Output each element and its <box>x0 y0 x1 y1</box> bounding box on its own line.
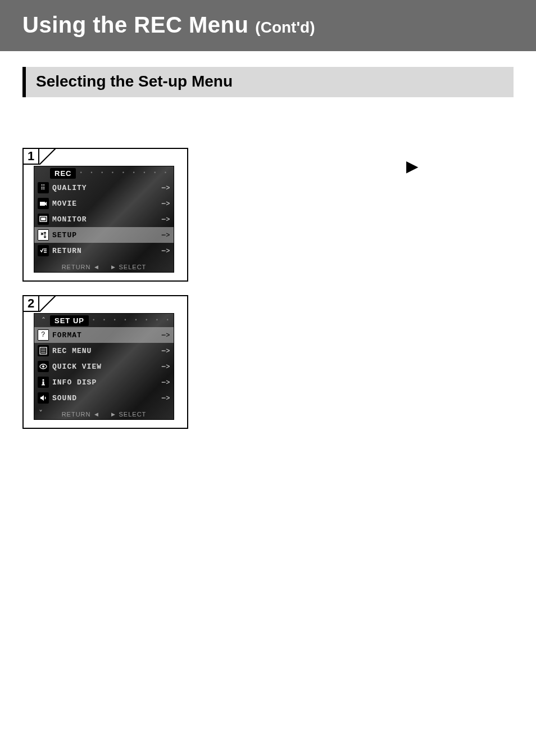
page-root: Using the REC Menu (Cont'd) Selecting th… <box>0 0 536 756</box>
lcd-header: ˄ SET UP • • • • • • • • • • • • <box>34 314 174 327</box>
menu-item-monitor[interactable]: MONITOR ⋯> <box>34 211 174 227</box>
menu-item-infodisp[interactable]: INFO DISP ⋯> <box>34 374 174 390</box>
play-icon: ▶ <box>406 157 419 175</box>
footer-select-label: SELECT <box>119 264 147 270</box>
sound-icon <box>38 392 49 404</box>
scroll-up-icon[interactable]: ˄ <box>38 316 50 325</box>
menu-item-movie[interactable]: MOVIE ⋯> <box>34 196 174 211</box>
lcd-header: REC • • • • • • • • • • • • <box>34 166 174 180</box>
svg-rect-2 <box>41 218 46 220</box>
menu-item-label: MOVIE <box>52 200 162 208</box>
scroll-down-icon[interactable]: ˅ <box>39 409 43 418</box>
menu-item-label: FORMAT <box>52 331 162 339</box>
footer-select-label: SELECT <box>119 411 147 418</box>
page-title-suffix: (Cont'd) <box>255 19 315 37</box>
chevron-right-icon: ⋯> <box>162 394 170 402</box>
menu-item-label: SOUND <box>52 394 162 402</box>
panel-tab: 2 <box>22 295 56 312</box>
panel-inner: REC • • • • • • • • • • • • ⠿ QUALITY ⋯>… <box>34 166 177 273</box>
recmenu-icon <box>38 345 49 356</box>
menu-title: SET UP <box>50 315 89 326</box>
menu-item-label: RETURN <box>52 247 162 255</box>
return-icon <box>38 245 49 256</box>
step-number: 2 <box>22 295 39 312</box>
panel-inner: ˄ SET UP • • • • • • • • • • • • ? FORMA… <box>34 313 177 420</box>
triangle-left-icon: ◀ <box>94 264 99 270</box>
step-number: 1 <box>22 148 39 165</box>
svg-rect-7 <box>43 382 44 385</box>
menu-item-label: MONITOR <box>52 215 162 224</box>
menu-item-label: SETUP <box>52 231 162 239</box>
chevron-right-icon: ⋯> <box>162 247 170 255</box>
menu-item-label: REC MENU <box>52 347 162 355</box>
svg-point-5 <box>42 365 44 368</box>
chevron-right-icon: ⋯> <box>162 215 170 224</box>
chevron-right-icon: ⋯> <box>162 378 170 387</box>
lcd-footer: RETURN ◀ ▶ SELECT <box>34 264 174 270</box>
header-dots: • • • • • • • • • • • • <box>89 318 174 323</box>
format-icon: ? <box>38 329 49 341</box>
quickview-icon <box>38 361 49 372</box>
menu-item-recmenu[interactable]: REC MENU ⋯> <box>34 343 174 359</box>
menu-item-label: QUALITY <box>52 184 162 192</box>
menu-item-label: INFO DISP <box>52 378 162 387</box>
lcd-screen: ˄ SET UP • • • • • • • • • • • • ? FORMA… <box>34 313 174 420</box>
lcd-screen: REC • • • • • • • • • • • • ⠿ QUALITY ⋯>… <box>34 166 174 273</box>
footer-return-label: RETURN <box>62 411 91 418</box>
step-panel-2: 2 ˄ SET UP • • • • • • • • • • • • ? FOR… <box>22 295 188 429</box>
menu-item-return[interactable]: RETURN ⋯> <box>34 243 174 259</box>
menu-title: REC <box>50 168 76 179</box>
menu-item-setup[interactable]: SETUP ⋯> <box>34 227 174 243</box>
menu-item-format[interactable]: ? FORMAT ⋯> <box>34 327 174 343</box>
triangle-right-icon: ▶ <box>111 264 116 270</box>
chevron-right-icon: ⋯> <box>162 363 170 371</box>
chevron-right-icon: ⋯> <box>162 184 170 192</box>
menu-item-label: QUICK VIEW <box>52 363 162 371</box>
tab-slash-icon <box>39 148 56 165</box>
chevron-right-icon: ⋯> <box>162 331 170 339</box>
title-bar: Using the REC Menu (Cont'd) <box>0 0 536 51</box>
section-heading: Selecting the Set-up Menu <box>22 67 514 97</box>
setup-icon <box>38 229 49 241</box>
movie-icon <box>38 198 49 209</box>
menu-item-quality[interactable]: ⠿ QUALITY ⋯> <box>34 180 174 196</box>
panel-tab: 1 <box>22 148 56 165</box>
svg-rect-8 <box>42 384 45 386</box>
menu-item-quickview[interactable]: QUICK VIEW ⋯> <box>34 359 174 374</box>
chevron-right-icon: ⋯> <box>162 200 170 208</box>
menu-item-sound[interactable]: SOUND ⋯> <box>34 390 174 406</box>
step-panel-1: 1 REC • • • • • • • • • • • • ⠿ QUALITY … <box>22 148 188 282</box>
chevron-right-icon: ⋯> <box>162 347 170 355</box>
page-title-main: Using the REC Menu <box>22 12 248 38</box>
svg-point-6 <box>42 379 44 381</box>
quality-icon: ⠿ <box>38 182 49 193</box>
monitor-icon <box>38 214 49 225</box>
header-dots: • • • • • • • • • • • • <box>76 170 174 176</box>
chevron-right-icon: ⋯> <box>162 231 170 239</box>
info-icon <box>38 377 49 388</box>
tab-slash-icon <box>39 295 56 312</box>
lcd-footer: ˅ RETURN ◀ ▶ SELECT <box>34 411 174 418</box>
triangle-left-icon: ◀ <box>94 411 99 417</box>
footer-return-label: RETURN <box>62 264 91 270</box>
svg-rect-0 <box>40 202 45 206</box>
triangle-right-icon: ▶ <box>111 411 116 417</box>
body-area: ▶ 1 REC • • • • • • • • • • • • ⠿ QUALIT… <box>0 97 536 429</box>
